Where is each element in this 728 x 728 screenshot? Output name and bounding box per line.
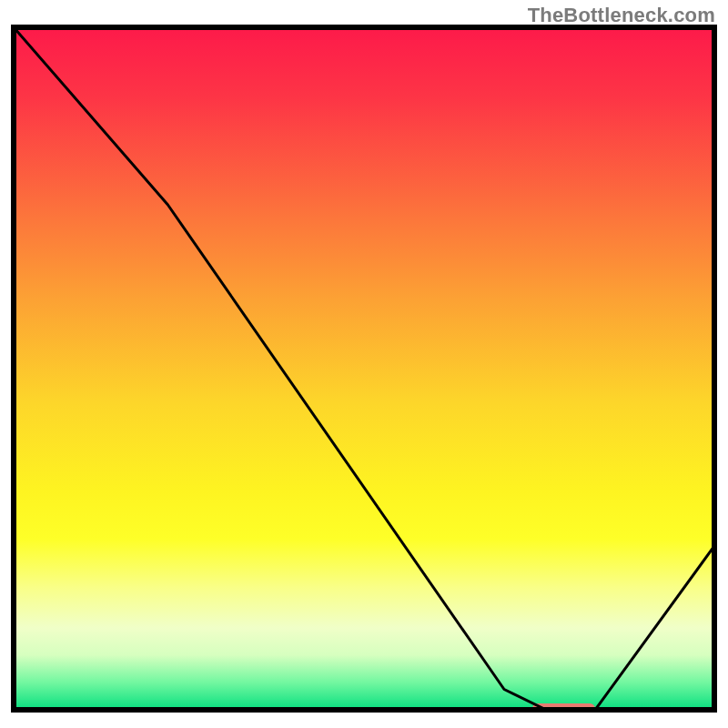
bottleneck-curve-chart — [0, 0, 728, 728]
gradient-background — [14, 27, 714, 710]
chart-stage: TheBottleneck.com — [0, 0, 728, 728]
